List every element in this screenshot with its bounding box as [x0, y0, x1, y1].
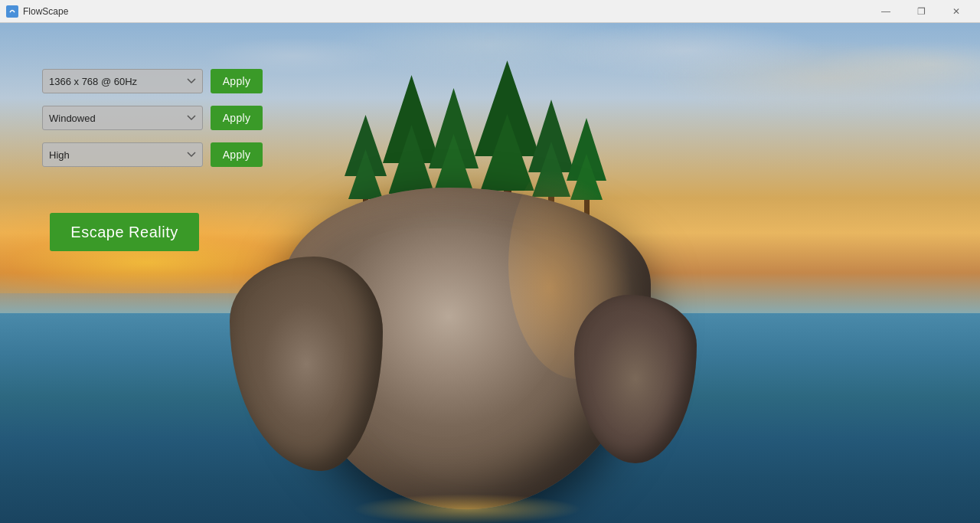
rock-left — [230, 257, 383, 471]
app-title: FlowScape — [23, 6, 68, 17]
escape-reality-button[interactable]: Escape Reality — [50, 213, 199, 251]
titlebar-left: FlowScape — [6, 5, 68, 18]
svg-point-0 — [8, 7, 17, 16]
window-controls: — ❐ ✕ — [868, 0, 974, 23]
quality-dropdown[interactable]: Low Medium High Ultra — [42, 142, 203, 167]
close-button[interactable]: ✕ — [939, 0, 974, 23]
resolution-apply-button[interactable]: Apply — [211, 69, 263, 93]
minimize-button[interactable]: — — [868, 0, 903, 23]
resolution-row: 1366 x 768 @ 60Hz 1920 x 1080 @ 60Hz 256… — [42, 69, 263, 93]
window-mode-apply-button[interactable]: Apply — [211, 106, 263, 130]
island-bottom-glow — [352, 494, 582, 523]
window-mode-dropdown[interactable]: Windowed Fullscreen Borderless — [42, 106, 203, 130]
app-icon — [6, 5, 18, 18]
quality-row: Low Medium High Ultra Apply — [42, 142, 263, 167]
window-mode-row: Windowed Fullscreen Borderless Apply — [42, 106, 263, 130]
ui-controls: 1366 x 768 @ 60Hz 1920 x 1080 @ 60Hz 256… — [42, 69, 263, 251]
floating-island — [207, 34, 727, 523]
main-content: 1366 x 768 @ 60Hz 1920 x 1080 @ 60Hz 256… — [0, 23, 980, 523]
maximize-button[interactable]: ❐ — [903, 0, 939, 23]
titlebar: FlowScape — ❐ ✕ — [0, 0, 980, 23]
resolution-dropdown[interactable]: 1366 x 768 @ 60Hz 1920 x 1080 @ 60Hz 256… — [42, 69, 203, 93]
quality-apply-button[interactable]: Apply — [211, 142, 263, 167]
